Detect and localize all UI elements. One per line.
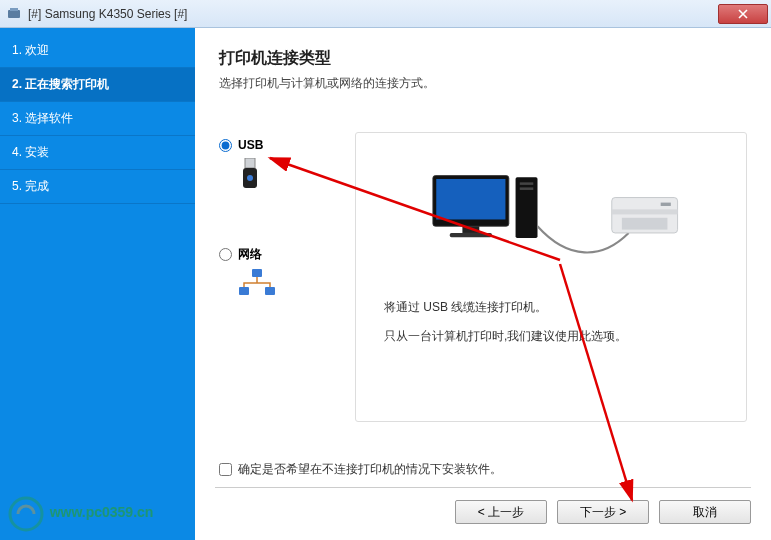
sidebar-item-welcome[interactable]: 1. 欢迎 [0, 34, 195, 68]
svg-rect-14 [520, 187, 534, 190]
radio-network[interactable] [219, 248, 232, 261]
page-heading: 打印机连接类型 [195, 28, 771, 75]
sidebar-item-label: 1. 欢迎 [12, 43, 49, 57]
svg-rect-10 [462, 226, 479, 233]
usb-icon [237, 158, 329, 196]
option-usb-label: USB [238, 138, 263, 152]
next-button[interactable]: 下一步 > [557, 500, 649, 524]
cancel-button[interactable]: 取消 [659, 500, 751, 524]
connection-illustration-panel: 将通过 USB 线缆连接打印机。 只从一台计算机打印时,我们建议使用此选项。 [355, 132, 747, 422]
svg-rect-18 [661, 203, 671, 206]
svg-rect-7 [265, 287, 275, 295]
sidebar-item-label: 5. 完成 [12, 179, 49, 193]
svg-rect-16 [612, 209, 678, 214]
install-without-printer-checkbox[interactable]: 确定是否希望在不连接打印机的情况下安装软件。 [219, 461, 502, 478]
network-icon [237, 269, 329, 303]
option-network[interactable]: 网络 [219, 246, 329, 303]
option-network-label: 网络 [238, 246, 262, 263]
back-button[interactable]: < 上一步 [455, 500, 547, 524]
svg-rect-1 [10, 8, 18, 11]
radio-usb[interactable] [219, 139, 232, 152]
connection-options: USB 网络 [219, 138, 329, 353]
svg-rect-13 [520, 182, 534, 185]
window-buttons [718, 4, 771, 24]
sidebar-item-label: 2. 正在搜索打印机 [12, 77, 109, 91]
checkbox-label: 确定是否希望在不连接打印机的情况下安装软件。 [238, 461, 502, 478]
main-panel: 打印机连接类型 选择打印机与计算机或网络的连接方式。 USB 网络 [195, 28, 771, 540]
svg-rect-9 [436, 179, 505, 220]
panel-line1: 将通过 USB 线缆连接打印机。 [384, 293, 726, 322]
window-title: [#] Samsung K4350 Series [#] [28, 7, 187, 21]
app-icon [6, 6, 22, 22]
svg-rect-0 [8, 10, 20, 18]
panel-description: 将通过 USB 线缆连接打印机。 只从一台计算机打印时,我们建议使用此选项。 [384, 293, 726, 351]
svg-rect-12 [516, 177, 538, 238]
svg-point-4 [247, 175, 253, 181]
sidebar-item-install[interactable]: 4. 安装 [0, 136, 195, 170]
sidebar-item-finish[interactable]: 5. 完成 [0, 170, 195, 204]
sidebar-item-label: 4. 安装 [12, 145, 49, 159]
svg-rect-6 [239, 287, 249, 295]
usb-connection-illustration [416, 157, 686, 287]
sidebar-item-label: 3. 选择软件 [12, 111, 73, 125]
sidebar-item-search-printer[interactable]: 2. 正在搜索打印机 [0, 68, 195, 102]
option-usb[interactable]: USB [219, 138, 329, 196]
sidebar-item-select-software[interactable]: 3. 选择软件 [0, 102, 195, 136]
page-subheading: 选择打印机与计算机或网络的连接方式。 [195, 75, 771, 108]
svg-rect-5 [252, 269, 262, 277]
footer-divider [215, 487, 751, 488]
window-titlebar: [#] Samsung K4350 Series [#] [0, 0, 771, 28]
wizard-sidebar: 1. 欢迎 2. 正在搜索打印机 3. 选择软件 4. 安装 5. 完成 [0, 28, 195, 540]
svg-rect-11 [450, 233, 492, 237]
svg-rect-2 [245, 158, 255, 168]
wizard-button-bar: < 上一步 下一步 > 取消 [455, 500, 751, 524]
svg-rect-17 [622, 218, 668, 230]
panel-line2: 只从一台计算机打印时,我们建议使用此选项。 [384, 322, 726, 351]
checkbox-install-without-printer[interactable] [219, 463, 232, 476]
close-button[interactable] [718, 4, 768, 24]
